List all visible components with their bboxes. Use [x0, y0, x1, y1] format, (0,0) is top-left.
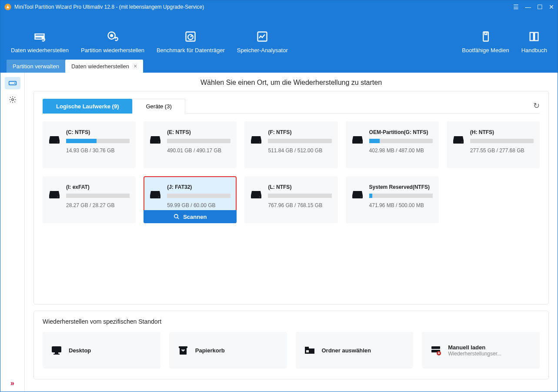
location-icon [177, 344, 189, 356]
drive-name: System Reserved(NTFS) [369, 184, 433, 190]
location-icon [430, 344, 442, 356]
disk-icon [251, 184, 263, 215]
svg-point-4 [110, 34, 113, 37]
app-logo-icon [4, 3, 12, 11]
svg-point-29 [259, 197, 260, 198]
tab-data-recover[interactable]: Daten wiederherstellen × [65, 60, 143, 73]
window-title: MiniTool Partition Wizard Pro Ultimativ … [14, 4, 513, 10]
drive-card[interactable]: (I: exFAT)28.27 GB / 28.27 GB [43, 176, 136, 223]
svg-point-24 [57, 197, 58, 198]
locations-title: Wiederherstellen vom spezifischen Stando… [43, 318, 540, 325]
drive-size: 511.84 GB / 512.00 GB [268, 147, 331, 154]
title-bar: MiniTool Partition Wizard Pro Ultimativ … [0, 0, 558, 13]
drive-card[interactable]: (L: NTFS)767.96 GB / 768.15 GB [244, 176, 337, 223]
minimize-icon[interactable]: — [525, 4, 531, 10]
drive-name: (I: exFAT) [66, 184, 130, 190]
location-name: Ordner auswählen [322, 347, 371, 354]
tab-close-icon[interactable]: × [134, 63, 137, 70]
drive-name: (E: NTFS) [167, 129, 231, 135]
disk-icon [352, 184, 364, 215]
drive-card[interactable]: System Reserved(NTFS)471.96 MB / 500.00 … [346, 176, 439, 223]
location-card[interactable]: Manuell ladenWiederherstellungser... [422, 332, 540, 369]
svg-point-11 [14, 83, 15, 84]
drive-card[interactable]: (J: FAT32)59.99 GB / 60.00 GBScannen [144, 176, 237, 223]
drive-card[interactable]: (F: NTFS)511.84 GB / 512.00 GB [244, 121, 337, 168]
location-card[interactable]: Ordner auswählen [296, 332, 414, 369]
drive-size: 767.96 GB / 768.15 GB [268, 202, 331, 208]
usage-bar [268, 194, 331, 198]
handbook-button[interactable]: Handbuch [515, 27, 553, 57]
maximize-icon[interactable]: ☐ [537, 4, 543, 10]
location-card[interactable]: Desktop [43, 332, 160, 369]
svg-point-20 [361, 142, 361, 143]
drive-name: (C: NTFS) [66, 129, 130, 135]
svg-rect-7 [258, 32, 267, 41]
svg-point-22 [461, 142, 462, 143]
drive-size: 28.27 GB / 28.27 GB [66, 202, 130, 208]
subtab-logical-drives[interactable]: Logische Laufwerke (9) [43, 99, 132, 114]
drive-card[interactable]: OEM-Partition(G: NTFS)402.98 MB / 487.00… [346, 121, 439, 168]
rail-expand-icon[interactable]: » [10, 379, 14, 387]
main-toolbar: Daten wiederherstellen Partition wiederh… [0, 13, 558, 57]
scan-button[interactable]: Scannen [144, 210, 237, 223]
left-rail: » [0, 73, 25, 392]
disk-benchmark-button[interactable]: Benchmark für Datenträger [150, 27, 231, 57]
svg-rect-37 [305, 347, 309, 348]
svg-point-16 [158, 142, 159, 143]
usage-bar [470, 139, 534, 143]
disk-icon [150, 129, 162, 161]
svg-rect-33 [55, 352, 58, 354]
svg-rect-9 [484, 32, 487, 35]
drive-name: (L: NTFS) [268, 184, 331, 190]
svg-rect-8 [483, 32, 488, 41]
page-tabs: Partition verwalten Daten wiederherstell… [0, 57, 558, 73]
usage-bar [167, 194, 231, 198]
disk-icon [49, 129, 61, 161]
drive-size: 14.93 GB / 30.76 GB [66, 147, 130, 154]
location-sub: Wiederherstellungser... [448, 351, 501, 357]
location-name: Manuell laden [448, 344, 501, 351]
svg-rect-39 [431, 346, 440, 349]
svg-point-6 [188, 34, 193, 40]
subtab-devices[interactable]: Geräte (3) [132, 99, 185, 114]
usage-bar [369, 139, 433, 143]
drive-card[interactable]: (E: NTFS)490.01 GB / 490.17 GB [144, 121, 237, 168]
location-name: Desktop [69, 347, 91, 354]
rail-drives-icon[interactable] [5, 77, 20, 89]
drive-name: (J: FAT32) [167, 184, 231, 190]
drive-name: OEM-Partition(G: NTFS) [369, 129, 433, 135]
partition-recover-button[interactable]: Partition wiederherstellen [75, 27, 150, 57]
drive-name: (H: NTFS) [470, 129, 534, 135]
bootable-media-button[interactable]: Bootfähige Medien [456, 27, 515, 57]
svg-point-14 [57, 142, 58, 143]
drive-size: 402.98 MB / 487.00 MB [369, 147, 433, 154]
drives-panel: Logische Laufwerke (9) Geräte (3) ↻ (C: … [33, 91, 549, 305]
drive-name: (F: NTFS) [268, 129, 331, 135]
drive-size: 277.55 GB / 277.68 GB [470, 147, 534, 154]
usage-bar [66, 139, 130, 143]
drive-size: 59.99 GB / 60.00 GB [167, 202, 231, 208]
svg-rect-1 [35, 34, 44, 36]
data-recover-button[interactable]: Daten wiederherstellen [5, 27, 75, 57]
drive-size: 471.96 MB / 500.00 MB [369, 202, 433, 208]
disk-icon [251, 129, 263, 161]
drive-card[interactable]: (C: NTFS)14.93 GB / 30.76 GB [43, 121, 136, 168]
location-card[interactable]: Papierkorb [169, 332, 287, 369]
svg-point-18 [259, 142, 260, 143]
rail-settings-icon[interactable] [5, 94, 20, 106]
location-icon [304, 344, 316, 356]
disk-icon [352, 129, 364, 161]
tab-partition-manage[interactable]: Partition verwalten [7, 60, 65, 73]
space-analyzer-button[interactable]: Speicher-Analysator [231, 27, 294, 57]
refresh-icon[interactable]: ↻ [533, 101, 540, 111]
locations-panel: Wiederherstellen vom spezifischen Stando… [33, 311, 549, 379]
svg-rect-36 [179, 346, 187, 348]
disk-icon [453, 129, 465, 161]
close-icon[interactable]: ✕ [549, 4, 554, 10]
drive-size: 490.01 GB / 490.17 GB [167, 147, 231, 154]
menu-icon[interactable]: ☰ [513, 4, 519, 10]
usage-bar [167, 139, 231, 143]
svg-point-26 [158, 197, 159, 198]
drive-card[interactable]: (H: NTFS)277.55 GB / 277.68 GB [447, 121, 540, 168]
page-heading: Wählen Sie einen Ort, um die Wiederherst… [25, 73, 558, 91]
